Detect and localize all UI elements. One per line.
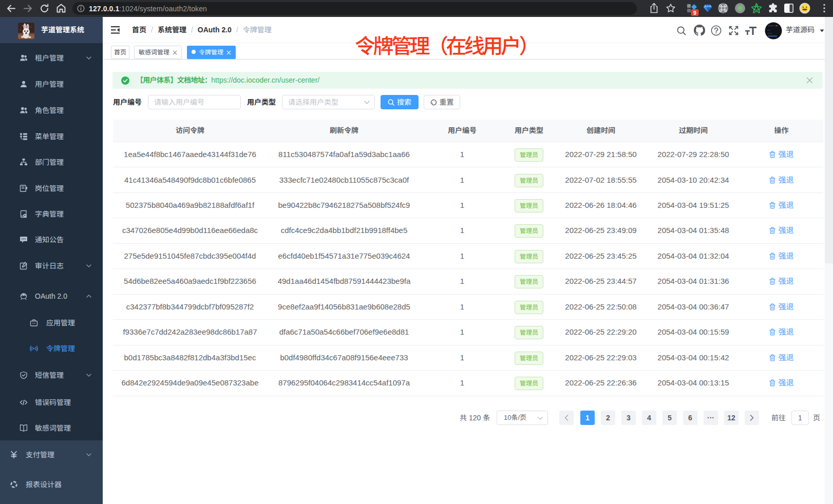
svg-text:9: 9 bbox=[693, 10, 696, 16]
